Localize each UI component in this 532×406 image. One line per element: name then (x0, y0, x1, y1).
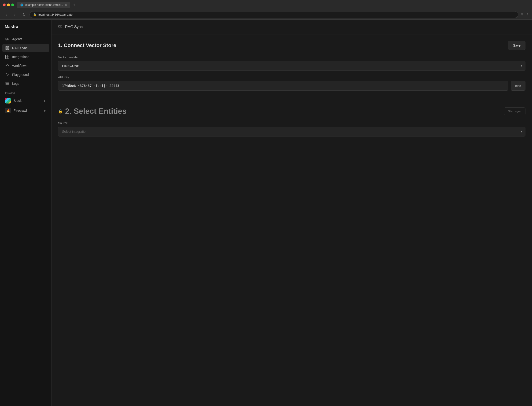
browser-tab-active[interactable]: 🌐 example-admin-blond.vercel... ✕ (17, 2, 70, 8)
api-key-row: hide (58, 81, 525, 91)
section2-title-container: 🔒 2. Select Entities (58, 107, 126, 116)
close-tab-button[interactable]: ✕ (65, 4, 67, 7)
vector-provider-select-wrapper: PINECONE ▾ (58, 61, 525, 71)
workflows-icon (5, 64, 9, 68)
sidebar-item-agents[interactable]: Agents (2, 35, 49, 43)
svg-rect-8 (6, 55, 7, 57)
svg-rect-11 (7, 57, 9, 59)
slack-label: Slack (14, 99, 22, 102)
agents-icon (5, 37, 9, 41)
rag-icon (5, 46, 9, 50)
integrations-label: Integrations (12, 55, 29, 59)
workflows-label: Workflows (12, 64, 27, 68)
vector-provider-label: Vector provider (58, 56, 525, 59)
svg-point-13 (7, 64, 8, 65)
agents-label: Agents (12, 37, 22, 41)
minimize-window-button[interactable] (7, 4, 10, 6)
svg-rect-18 (6, 82, 9, 83)
browser-chrome: 🌐 example-admin-blond.vercel... ✕ + ‹ › … (0, 0, 532, 20)
page-title: RAG Sync (65, 25, 83, 29)
save-button[interactable]: Save (508, 41, 525, 50)
new-tab-button[interactable]: + (71, 3, 78, 7)
connect-vector-store-section: 1. Connect Vector Store Save Vector prov… (58, 41, 525, 91)
reload-button[interactable]: ↻ (21, 11, 27, 18)
back-button[interactable]: ‹ (3, 11, 9, 18)
vector-provider-select[interactable]: PINECONE (58, 61, 525, 71)
logs-icon (5, 81, 9, 86)
rag-header-icon (58, 24, 62, 29)
firecrawl-icon: 🔥 (5, 108, 11, 113)
start-sync-button[interactable]: Start sync (504, 108, 525, 115)
slack-icon (5, 98, 11, 103)
svg-rect-22 (60, 26, 62, 27)
tab-favicon: 🌐 (20, 3, 23, 7)
logs-label: Logs (12, 82, 19, 86)
address-bar[interactable]: 🔒 (29, 11, 518, 18)
tab-title: example-admin-blond.vercel... (25, 3, 63, 7)
svg-rect-10 (6, 57, 7, 59)
browser-actions: ⊞ ⋮ (521, 12, 529, 17)
api-key-field: API Key hide (58, 75, 525, 91)
svg-rect-9 (7, 55, 9, 57)
svg-rect-5 (8, 46, 9, 48)
traffic-lights (3, 4, 14, 6)
svg-point-12 (6, 65, 6, 66)
url-input[interactable] (38, 13, 515, 16)
sidebar-item-workflows[interactable]: Workflows (2, 62, 49, 70)
installed-items: Slack ▶ 🔥 Firecrawl ▶ (0, 96, 51, 116)
playground-icon (5, 72, 9, 77)
forward-button[interactable]: › (12, 11, 18, 18)
svg-rect-20 (6, 85, 9, 85)
main-content: RAG Sync 1. Connect Vector Store Save Ve… (51, 20, 532, 406)
source-field: Source Select integration ▾ (58, 121, 525, 137)
slack-chevron-icon: ▶ (44, 100, 46, 102)
page-header: RAG Sync (51, 20, 532, 34)
svg-rect-6 (6, 49, 7, 50)
section-divider (58, 100, 525, 100)
svg-line-15 (6, 65, 7, 66)
source-select[interactable]: Select integration (58, 127, 525, 137)
svg-rect-19 (6, 83, 9, 84)
installed-section-label: Installed (0, 88, 51, 96)
close-window-button[interactable] (3, 4, 6, 6)
page-body: 1. Connect Vector Store Save Vector prov… (51, 34, 532, 152)
svg-rect-0 (6, 38, 7, 40)
app-layout: Mastra Agents (0, 20, 532, 406)
svg-marker-17 (6, 73, 9, 76)
firecrawl-chevron-icon: ▶ (44, 109, 46, 112)
sidebar-item-integrations[interactable]: Integrations (2, 53, 49, 61)
svg-rect-7 (8, 49, 9, 50)
source-label: Source (58, 121, 525, 125)
sidebar-item-logs[interactable]: Logs (2, 79, 49, 88)
svg-rect-4 (6, 46, 7, 48)
extensions-icon[interactable]: ⊞ (521, 12, 524, 17)
sidebar-nav: Agents RAG Sync (0, 35, 51, 88)
hide-api-key-button[interactable]: hide (511, 81, 525, 91)
sidebar-item-firecrawl[interactable]: 🔥 Firecrawl ▶ (2, 106, 49, 116)
maximize-window-button[interactable] (11, 4, 14, 6)
sidebar-item-slack[interactable]: Slack ▶ (2, 96, 49, 106)
integrations-icon (5, 55, 9, 59)
section1-title: 1. Connect Vector Store (58, 42, 116, 49)
browser-toolbar: ‹ › ↻ 🔒 ⊞ ⋮ (0, 10, 532, 19)
menu-icon[interactable]: ⋮ (525, 12, 529, 17)
api-key-input[interactable] (58, 81, 508, 91)
section1-header: 1. Connect Vector Store Save (58, 41, 525, 50)
sidebar-item-rag-sync[interactable]: RAG Sync (2, 44, 49, 52)
source-select-wrapper: Select integration ▾ (58, 127, 525, 137)
sidebar: Mastra Agents (0, 20, 51, 406)
section2-header: 🔒 2. Select Entities Start sync (58, 107, 525, 116)
firecrawl-label: Firecrawl (14, 109, 27, 112)
rag-sync-label: RAG Sync (12, 46, 27, 50)
svg-rect-21 (58, 26, 60, 27)
app-logo: Mastra (0, 24, 51, 35)
sidebar-item-playground[interactable]: Playground (2, 71, 49, 79)
svg-point-14 (8, 65, 9, 66)
ssl-lock-icon: 🔒 (33, 13, 36, 16)
playground-label: Playground (12, 73, 29, 77)
lock-icon: 🔒 (58, 109, 63, 114)
api-key-label: API Key (58, 75, 525, 79)
select-entities-section: 🔒 2. Select Entities Start sync Source S… (58, 107, 525, 137)
svg-rect-1 (7, 38, 9, 40)
browser-titlebar: 🌐 example-admin-blond.vercel... ✕ + (0, 0, 532, 10)
